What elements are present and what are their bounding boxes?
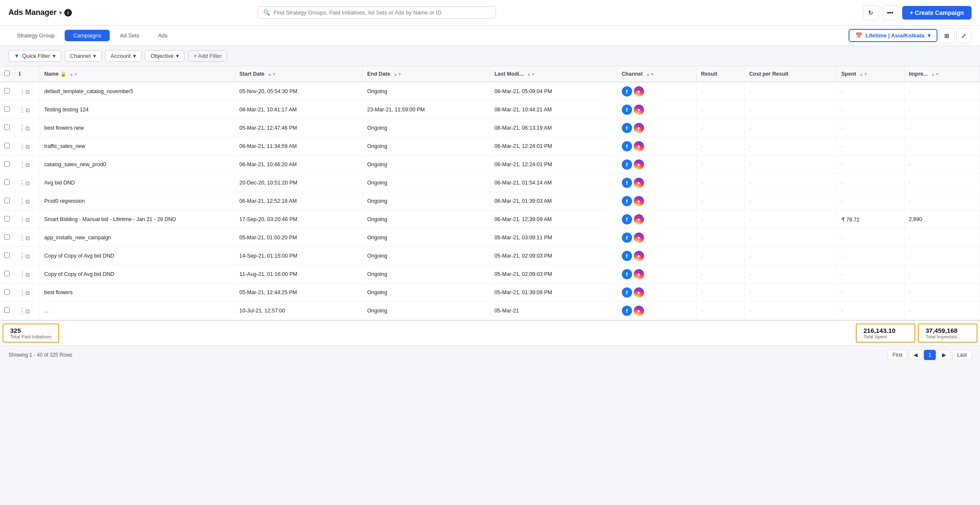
filter-bar: ▼ Quick Filter ▾ Channel ▾ Account ▾ Obj… [0, 46, 980, 66]
campaign-name[interactable]: best flowers new [40, 119, 235, 137]
campaign-name[interactable]: Copy of Copy of Avg bid DND [40, 247, 235, 265]
name-header[interactable]: Name 🔒 ▲▼ [40, 66, 235, 82]
row-checkbox[interactable] [4, 234, 10, 240]
select-all-header[interactable] [0, 66, 14, 82]
mod-sort-icon[interactable]: ▲▼ [527, 72, 536, 77]
table-row: ⋮⧉Prod0 regression06-Mar-21, 12:52:18 AM… [0, 192, 980, 210]
row-copy-button[interactable]: ⧉ [26, 88, 30, 96]
row-checkbox[interactable] [4, 179, 10, 185]
campaign-name[interactable]: Testing testing 124 [40, 101, 235, 119]
campaign-name[interactable]: catalog_sales_new_prod0 [40, 156, 235, 174]
tab-ads[interactable]: Ads [149, 30, 176, 41]
cost-per-result-header[interactable]: Cost per Result [745, 66, 837, 82]
row-dots-button[interactable]: ⋮ [19, 88, 26, 96]
current-page-button[interactable]: 1 [924, 350, 936, 360]
campaign-name[interactable]: default_template_catalog_november5 [40, 82, 235, 101]
tab-ad-sets[interactable]: Ad Sets [111, 30, 148, 41]
campaign-name[interactable]: best flowers [40, 284, 235, 302]
row-copy-button[interactable]: ⧉ [26, 253, 30, 260]
tab-campaigns[interactable]: Campaigns [65, 30, 110, 41]
prev-page-button[interactable]: ◀ [909, 350, 922, 360]
row-checkbox[interactable] [4, 106, 10, 112]
row-dots-button[interactable]: ⋮ [19, 307, 26, 315]
row-copy-button[interactable]: ⧉ [26, 235, 30, 242]
campaign-name[interactable]: Prod0 regression [40, 192, 235, 210]
customize-button[interactable]: ⤢ [956, 28, 971, 43]
row-checkbox[interactable] [4, 161, 10, 167]
refresh-button[interactable]: ↻ [863, 5, 878, 20]
tab-strategy-group[interactable]: Strategy Group [9, 30, 63, 41]
row-checkbox[interactable] [4, 143, 10, 148]
last-mod-header[interactable]: Last Modi... ▲▼ [490, 66, 617, 82]
channel-header[interactable]: Channel ▲▼ [617, 66, 697, 82]
create-campaign-button[interactable]: + Create Campaign [902, 6, 971, 20]
result: - [697, 101, 745, 119]
campaign-name[interactable]: traffic_sales_new [40, 137, 235, 156]
impressions-header[interactable]: Impre... ▲▼ [904, 66, 980, 82]
first-page-button[interactable]: First [888, 350, 907, 360]
row-copy-button[interactable]: ⧉ [26, 198, 30, 205]
row-copy-button[interactable]: ⧉ [26, 143, 30, 150]
row-checkbox[interactable] [4, 216, 10, 221]
row-checkbox[interactable] [4, 271, 10, 276]
row-copy-button[interactable]: ⧉ [26, 107, 30, 114]
result-header[interactable]: Result [697, 66, 745, 82]
spent-header[interactable]: Spent ▲▼ [837, 66, 905, 82]
row-checkbox[interactable] [4, 125, 10, 130]
channel-filter-button[interactable]: Channel ▾ [65, 50, 102, 62]
account-filter-button[interactable]: Account ▾ [105, 50, 142, 62]
campaigns-table-wrap[interactable]: ℹ Name 🔒 ▲▼ Start Date ▲▼ End Date ▲▼ La… [0, 66, 980, 320]
title-chevron-icon[interactable]: ▾ [59, 10, 62, 16]
row-dots-button[interactable]: ⋮ [19, 197, 26, 205]
row-dots-button[interactable]: ⋮ [19, 289, 26, 297]
row-copy-button[interactable]: ⧉ [26, 308, 30, 315]
more-options-button[interactable]: ••• [883, 5, 898, 20]
spent-sort-icon[interactable]: ▲▼ [859, 72, 868, 77]
end-date-header[interactable]: End Date ▲▼ [363, 66, 490, 82]
start-date: 08-Mar-21, 10:41:17 AM [235, 101, 363, 119]
row-checkbox[interactable] [4, 88, 10, 94]
row-checkbox[interactable] [4, 289, 10, 295]
row-dots-button[interactable]: ⋮ [19, 142, 26, 150]
next-page-button[interactable]: ▶ [937, 350, 951, 360]
row-copy-button[interactable]: ⧉ [26, 162, 30, 169]
impr-sort-icon[interactable]: ▲▼ [931, 72, 940, 77]
row-copy-button[interactable]: ⧉ [26, 216, 30, 224]
row-copy-button[interactable]: ⧉ [26, 125, 30, 132]
last-page-button[interactable]: Last [952, 350, 971, 360]
quick-filter-button[interactable]: ▼ Quick Filter ▾ [9, 50, 61, 62]
row-dots-button[interactable]: ⋮ [19, 161, 26, 169]
campaign-name[interactable]: ... [40, 302, 235, 320]
columns-button[interactable]: ⊞ [939, 28, 954, 43]
date-range-button[interactable]: 📅 Lifetime | Asia/Kolkata ▾ [849, 29, 937, 42]
start-sort-icon[interactable]: ▲▼ [268, 72, 276, 77]
row-checkbox[interactable] [4, 307, 10, 313]
row-dots-button[interactable]: ⋮ [19, 124, 26, 132]
campaign-name[interactable]: Smart Bidding - Manual bid - Lifetime - … [40, 210, 235, 229]
row-dots-button[interactable]: ⋮ [19, 106, 26, 114]
start-date-header[interactable]: Start Date ▲▼ [235, 66, 363, 82]
campaign-name[interactable]: app_installs_new_campaign [40, 229, 235, 247]
row-dots-button[interactable]: ⋮ [19, 234, 26, 242]
channel-sort-icon[interactable]: ▲▼ [646, 72, 654, 77]
search-input[interactable] [273, 9, 490, 16]
row-dots-button[interactable]: ⋮ [19, 252, 26, 260]
row-checkbox[interactable] [4, 252, 10, 258]
add-filter-button[interactable]: + Add Filter [188, 50, 227, 62]
search-bar[interactable]: 🔍 [258, 6, 496, 19]
row-copy-button[interactable]: ⧉ [26, 271, 30, 278]
name-sort-icon[interactable]: ▲▼ [69, 72, 78, 77]
campaign-name[interactable]: Copy of Copy of Avg bid DND [40, 265, 235, 284]
select-all-checkbox[interactable] [4, 71, 10, 76]
row-dots-button[interactable]: ⋮ [19, 179, 26, 187]
row-copy-button[interactable]: ⧉ [26, 289, 30, 297]
end-sort-icon[interactable]: ▲▼ [393, 72, 402, 77]
objective-filter-button[interactable]: Objective ▾ [145, 50, 185, 62]
cost-per-result: - [745, 284, 837, 302]
row-checkbox[interactable] [4, 198, 10, 203]
info-icon[interactable]: i [64, 9, 72, 17]
row-dots-button[interactable]: ⋮ [19, 216, 26, 224]
row-dots-button[interactable]: ⋮ [19, 270, 26, 278]
campaign-name[interactable]: Avg bid DND [40, 174, 235, 192]
row-copy-button[interactable]: ⧉ [26, 180, 30, 187]
